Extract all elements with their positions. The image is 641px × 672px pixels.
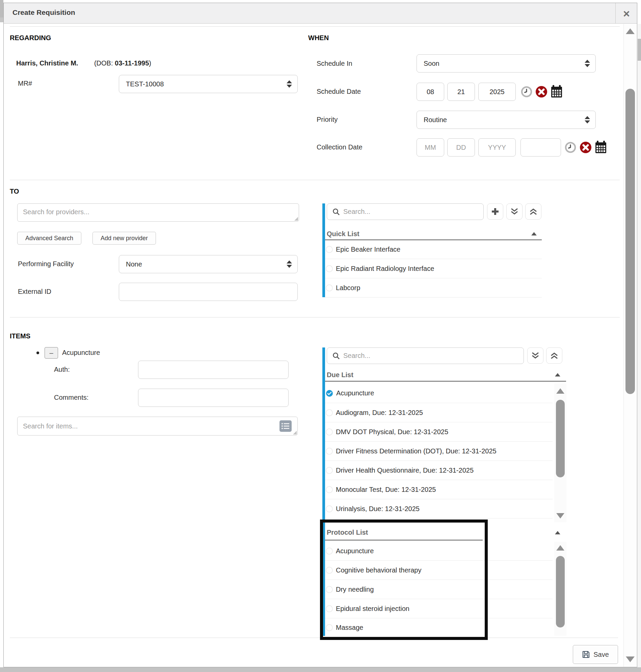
advanced-search-button[interactable]: Advanced Search [17, 232, 81, 244]
auth-input[interactable] [138, 361, 289, 379]
scroll-down-icon[interactable] [556, 513, 564, 518]
radio-icon [326, 505, 333, 513]
list-item-label: DMV DOT Physical, Due: 12-31-2025 [336, 428, 448, 436]
save-icon [582, 650, 590, 658]
list-item[interactable]: Audiogram, Due: 12-31-2025 [325, 403, 553, 422]
close-button[interactable]: × [616, 3, 637, 24]
radio-icon [326, 486, 333, 493]
resize-handle-icon[interactable] [294, 217, 298, 221]
double-chevron-up-icon [529, 208, 538, 215]
due-list-search-input[interactable]: Search... [327, 348, 524, 364]
collection-month-input[interactable] [417, 138, 444, 156]
item-search-input[interactable]: Search for items... [17, 417, 298, 435]
priority-select[interactable]: Routine [417, 111, 596, 129]
remove-item-button[interactable]: – [44, 347, 58, 359]
external-id-input[interactable] [119, 283, 298, 301]
radio-icon [326, 429, 333, 435]
collection-clear-icon[interactable] [579, 141, 592, 154]
expand-all-button[interactable] [527, 348, 544, 364]
save-button[interactable]: Save [573, 645, 618, 664]
scroll-up-icon[interactable] [556, 545, 564, 550]
select-arrows-icon [287, 80, 292, 88]
collection-calendar-icon[interactable] [595, 140, 607, 154]
due-list-title: Due List [327, 371, 353, 379]
page-scrollbar[interactable] [638, 24, 641, 667]
scroll-up-icon[interactable] [626, 28, 635, 34]
list-item[interactable]: Urinalysis, Due: 12-31-2025 [325, 499, 553, 518]
performing-facility-select[interactable]: None [119, 255, 298, 273]
list-item[interactable]: DMV DOT Physical, Due: 12-31-2025 [325, 422, 553, 441]
mr-label: MR# [18, 80, 32, 87]
collapse-protocol-list-icon[interactable] [555, 531, 560, 534]
comments-input[interactable] [138, 389, 289, 407]
list-item[interactable]: Driver Health Questionnaire, Due: 12-31-… [325, 461, 553, 480]
list-item-label: Audiogram, Due: 12-31-2025 [336, 409, 423, 417]
plus-icon [491, 207, 500, 216]
mr-select[interactable]: TEST-10008 [119, 75, 298, 93]
schedule-in-select[interactable]: Soon [417, 54, 596, 72]
schedule-clear-icon[interactable] [535, 85, 548, 98]
dialog-titlebar: Create Requisition [4, 3, 637, 24]
double-chevron-down-icon [510, 208, 519, 215]
list-item-label: Labcorp [336, 284, 360, 292]
collection-time-input[interactable] [520, 138, 561, 156]
when-header: WHEN [308, 34, 329, 42]
search-icon [332, 208, 340, 215]
bullet-icon [37, 351, 39, 354]
list-item-label: Monocular Test, Due: 12-31-2025 [336, 486, 436, 493]
regarding-header: REGARDING [10, 34, 51, 42]
scroll-down-icon[interactable] [626, 657, 635, 662]
radio-icon [326, 284, 333, 292]
expand-all-button[interactable] [506, 204, 522, 220]
protocol-list-highlight-box [320, 519, 488, 640]
due-list-title-underline [325, 381, 566, 381]
titlebar-divider [615, 3, 616, 24]
collection-date-label: Collection Date [317, 143, 363, 151]
radio-icon [326, 246, 333, 253]
item-search-placeholder: Search for items... [23, 422, 78, 430]
dialog-title: Create Requisition [13, 9, 75, 16]
close-icon: × [623, 8, 630, 19]
schedule-in-value: Soon [424, 60, 439, 68]
resize-handle-icon[interactable] [293, 431, 297, 434]
scroll-up-icon[interactable] [556, 388, 564, 394]
items-header: ITEMS [10, 332, 30, 340]
collection-year-input[interactable] [478, 138, 516, 156]
list-item[interactable]: Monocular Test, Due: 12-31-2025 [325, 480, 553, 499]
due-list-scroll-thumb[interactable] [556, 400, 565, 477]
dialog-scroll-thumb[interactable] [626, 89, 635, 394]
collapse-all-button[interactable] [525, 204, 542, 220]
collapse-quick-list-icon[interactable] [531, 232, 537, 236]
protocol-list-scroll-thumb[interactable] [556, 556, 565, 628]
item-list-icon[interactable] [279, 420, 292, 432]
page-scroll-thumb[interactable] [638, 39, 641, 61]
add-new-provider-button[interactable]: Add new provider [93, 232, 156, 244]
schedule-year-input[interactable] [478, 83, 516, 101]
page-bottom-strip [0, 667, 641, 672]
radio-icon [326, 265, 333, 272]
collapse-due-list-icon[interactable] [555, 373, 560, 377]
list-item-label: Driver Health Questionnaire, Due: 12-31-… [336, 466, 474, 474]
check-circle-icon [326, 390, 333, 397]
schedule-time-icon[interactable] [520, 86, 533, 98]
search-placeholder: Search... [343, 208, 370, 215]
list-item[interactable]: Epic Radiant Radiology Interface [325, 259, 542, 278]
list-item[interactable]: Epic Beaker Interface [325, 240, 542, 259]
collection-day-input[interactable] [447, 138, 475, 156]
list-item-label: Urinalysis, Due: 12-31-2025 [336, 505, 420, 513]
patient-dob: (DOB: 03-11-1995) [94, 59, 151, 67]
schedule-day-input[interactable] [447, 83, 475, 101]
schedule-month-input[interactable] [417, 83, 444, 101]
schedule-date-label: Schedule Date [317, 88, 361, 96]
list-item[interactable]: Driver Fitness Determination (DOT), Due:… [325, 442, 553, 461]
collapse-all-button[interactable] [546, 348, 562, 364]
double-chevron-up-icon [550, 351, 559, 360]
collection-time-icon[interactable] [564, 141, 576, 154]
row-divider [325, 297, 542, 297]
provider-search-input[interactable] [17, 204, 299, 222]
schedule-calendar-icon[interactable] [550, 85, 563, 98]
provider-quick-search-input[interactable]: Search... [327, 204, 484, 220]
list-item[interactable]: Labcorp [325, 278, 542, 297]
add-provider-list-button[interactable] [487, 204, 503, 220]
list-item-checked[interactable]: Acupuncture [325, 383, 553, 403]
